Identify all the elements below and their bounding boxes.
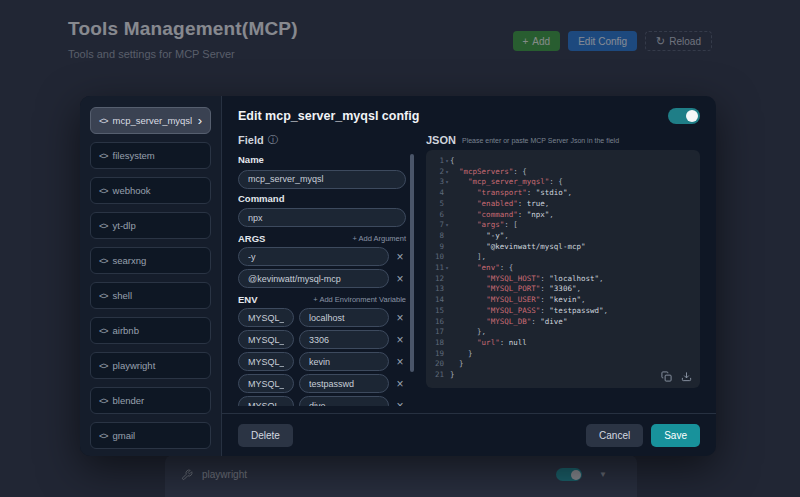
modal-title: Edit mcp_server_myqsl config [238,109,419,123]
remove-arg-icon[interactable]: × [394,251,406,263]
code-line: 18 "url": null [426,338,700,349]
code-icon: <> [99,361,108,371]
code-icon: <> [99,396,108,406]
env-key-input[interactable] [238,374,294,393]
sidebar-item-gmail[interactable]: <> gmail [90,422,211,449]
json-editor[interactable]: 1▾{2▾ "mcpServers": {3▾ "mcp_server_myqs… [426,150,700,388]
code-icon: <> [99,186,108,196]
code-icon: <> [99,431,108,441]
server-enabled-toggle[interactable] [668,108,700,124]
add-env-link[interactable]: + Add Environment Variable [313,295,406,304]
code-line: 7▾ "args": [ [426,220,700,231]
remove-env-icon[interactable]: × [394,334,406,346]
code-line: 19 } [426,349,700,360]
server-list-sidebar: <> mcp_server_myqsl › <> filesystem <> w… [80,96,222,456]
remove-env-icon[interactable]: × [394,312,406,324]
code-line: 13 "MYSQL_PORT": "3306", [426,284,700,295]
env-key-input[interactable] [238,330,294,349]
add-argument-link[interactable]: + Add Argument [352,234,406,243]
env-key-input[interactable] [238,308,294,327]
env-value-input[interactable] [299,374,389,393]
env-row: × [238,330,406,349]
arg-row: × [238,247,406,266]
sidebar-item-playwright[interactable]: <> playwright [90,352,211,379]
code-line: 15 "MYSQL_PASS": "testpasswd", [426,306,700,317]
json-column: JSON Please enter or paste MCP Server Js… [426,130,700,413]
arg-row: × [238,269,406,288]
edit-config-modal: <> mcp_server_myqsl › <> filesystem <> w… [80,96,716,456]
code-icon: <> [99,116,108,126]
field-scroll-area: Name Command ARGS + Add Argument × × [238,150,414,406]
env-row: × [238,352,406,371]
name-input[interactable] [238,170,406,189]
code-line: 16 "MYSQL_DB": "dive" [426,317,700,328]
args-label: ARGS [238,233,265,244]
sidebar-item-shell[interactable]: <> shell [90,282,211,309]
copy-icon[interactable] [661,371,672,382]
chevron-right-icon: › [198,114,202,127]
code-line: 5 "enabled": true, [426,199,700,210]
sidebar-item-airbnb[interactable]: <> airbnb [90,317,211,344]
code-icon: <> [99,326,108,336]
code-line: 8 "-y", [426,231,700,242]
code-line: 3▾ "mcp_server_myqsl": { [426,177,700,188]
sidebar-item-searxng[interactable]: <> searxng [90,247,211,274]
arg-input[interactable] [238,247,389,266]
code-line: 14 "MYSQL_USER": "kevin", [426,295,700,306]
delete-button[interactable]: Delete [238,424,293,447]
env-row: × [238,374,406,393]
remove-env-icon[interactable]: × [394,400,406,407]
code-line: 21 } [426,370,700,381]
modal-footer: Delete Cancel Save [222,413,716,456]
modal-content: Edit mcp_server_myqsl config Field ⓘ Nam… [222,96,716,456]
json-section-label: JSON [426,134,456,146]
code-icon: <> [99,256,108,266]
field-column: Field ⓘ Name Command ARGS + Add Argument… [238,130,414,413]
env-label: ENV [238,294,258,305]
env-value-input[interactable] [299,352,389,371]
name-label: Name [238,154,406,165]
code-icon: <> [99,291,108,301]
sidebar-item-mcp_server_myqsl[interactable]: <> mcp_server_myqsl › [90,107,211,134]
sidebar-item-yt-dlp[interactable]: <> yt-dlp [90,212,211,239]
json-hint: Please enter or paste MCP Server Json in… [462,137,619,144]
env-key-input[interactable] [238,352,294,371]
save-button[interactable]: Save [651,424,700,447]
command-label: Command [238,193,406,204]
code-line: 2▾ "mcpServers": { [426,167,700,178]
arg-input[interactable] [238,269,389,288]
code-line: 20 } [426,359,700,370]
code-line: 10 ], [426,252,700,263]
field-scrollbar[interactable] [410,154,414,372]
command-input[interactable] [238,208,406,227]
code-line: 17 }, [426,327,700,338]
code-line: 12 "MYSQL_HOST": "localhost", [426,274,700,285]
code-line: 9 "@kevinwatt/mysql-mcp" [426,242,700,253]
remove-env-icon[interactable]: × [394,378,406,390]
sidebar-item-webhook[interactable]: <> webhook [90,177,211,204]
code-line: 6 "command": "npx", [426,210,700,221]
code-icon: <> [99,151,108,161]
code-icon: <> [99,221,108,231]
remove-arg-icon[interactable]: × [394,273,406,285]
toggle-knob [686,110,698,122]
code-line: 4 "transport": "stdio", [426,188,700,199]
field-section-label: Field [238,134,264,146]
info-icon[interactable]: ⓘ [268,133,278,147]
code-line: 1▾{ [426,156,700,167]
remove-env-icon[interactable]: × [394,356,406,368]
download-icon[interactable] [681,371,692,382]
cancel-button[interactable]: Cancel [586,424,643,447]
sidebar-item-filesystem[interactable]: <> filesystem [90,142,211,169]
env-row: × [238,396,406,406]
env-value-input[interactable] [299,308,389,327]
env-value-input[interactable] [299,396,389,406]
env-key-input[interactable] [238,396,294,406]
code-line: 11▾ "env": { [426,263,700,274]
env-value-input[interactable] [299,330,389,349]
env-row: × [238,308,406,327]
sidebar-item-blender[interactable]: <> blender [90,387,211,414]
